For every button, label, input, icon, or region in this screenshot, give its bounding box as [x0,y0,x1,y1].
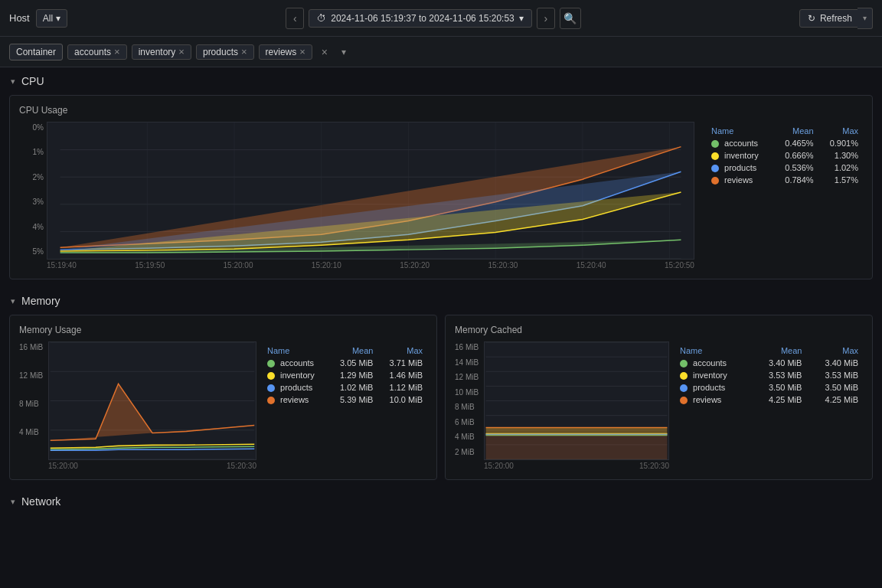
memory-usage-legend-row: inventory 1.29 MiB 1.46 MiB [263,369,427,381]
network-chevron-icon: ▾ [11,497,15,507]
zoom-out-icon: 🔍 [564,12,577,24]
main-content: ▾ CPU CPU Usage 5% 4% 3% 2% 1% 0% [0,67,882,588]
legend-dot [711,152,719,160]
memory-cached-title: Memory Cached [455,325,863,335]
refresh-button[interactable]: ↻ Refresh [799,9,861,28]
memory-usage-chart-svg [48,341,256,460]
cpu-legend-max-header: Max [818,125,863,137]
memory-cached-x-axis: 15:20:00 15:20:30 [484,460,669,470]
network-section-header[interactable]: ▾ Network [0,488,882,512]
memory-section-header[interactable]: ▾ Memory [0,287,882,312]
cpu-legend-name-header: Name [707,125,773,137]
cpu-section-header[interactable]: ▾ CPU [0,67,882,92]
cpu-chart-svg [47,122,694,260]
refresh-icon: ↻ [808,13,815,24]
memory-usage-legend-row: accounts 3.05 MiB 3.71 MiB [263,357,427,369]
cpu-chevron-icon: ▾ [11,77,15,87]
next-time-button[interactable]: › [537,8,555,29]
memory-cached-inner: 2 MiB 4 MiB 6 MiB 8 MiB 10 MiB 12 MiB 14… [455,341,863,470]
top-bar: Host All ▾ ‹ ⏱ 2024-11-06 15:19:37 to 20… [0,0,882,37]
memory-usage-x-axis: 15:20:00 15:20:30 [48,460,256,470]
legend-dot [711,165,719,172]
memory-usage-legend-row: reviews 5.39 MiB 10.0 MiB [263,394,427,406]
memory-usage-chart-with-yaxis: 4 MiB 8 MiB 12 MiB 16 MiB [19,341,256,470]
refresh-caret-button[interactable]: ▾ [858,8,873,29]
memory-cached-legend-table: Name Mean Max accounts 3.40 MiB 3.40 MiB… [675,345,863,406]
host-section: Host All ▾ [9,9,67,28]
memory-usage-legend: Name Mean Max accounts 3.05 MiB 3.71 MiB… [263,341,427,470]
clear-filters-button[interactable]: × [317,44,332,60]
memory-cached-legend-row: inventory 3.53 MiB 3.53 MiB [675,369,863,381]
host-label: Host [9,12,30,24]
zoom-out-button[interactable]: 🔍 [560,8,581,29]
memory-usage-panel: Memory Usage 4 MiB 8 MiB 12 MiB 16 MiB [9,315,437,480]
cpu-legend: Name Mean Max accounts 0.465% 0.901% inv… [694,122,863,270]
memory-cached-y-axis: 2 MiB 4 MiB 6 MiB 8 MiB 10 MiB 12 MiB 14… [455,341,484,470]
memory-cached-legend: Name Mean Max accounts 3.40 MiB 3.40 MiB… [675,341,863,470]
memory-usage-inner: 4 MiB 8 MiB 12 MiB 16 MiB [19,341,427,470]
memory-cached-legend-row: accounts 3.40 MiB 3.40 MiB [675,357,863,369]
memory-cached-legend-row: reviews 4.25 MiB 4.25 MiB [675,394,863,406]
memory-usage-title: Memory Usage [19,325,427,335]
filter-tag-products: products × [196,44,254,60]
remove-reviews-button[interactable]: × [299,47,305,57]
cpu-usage-title: CPU Usage [19,105,863,116]
cpu-legend-row: inventory 0.666% 1.30% [707,149,863,162]
memory-cached-chart-with-yaxis: 2 MiB 4 MiB 6 MiB 8 MiB 10 MiB 12 MiB 14… [455,341,669,470]
prev-time-button[interactable]: ‹ [286,8,304,29]
filter-tag-inventory: inventory × [132,44,191,60]
cpu-section-title: CPU [21,75,44,87]
cpu-svg-container: 15:19:40 15:19:50 15:20:00 15:20:10 15:2… [47,122,694,270]
time-range-text: 2024-11-06 15:19:37 to 2024-11-06 15:20:… [331,13,514,24]
remove-accounts-button[interactable]: × [114,47,120,57]
legend-dot [711,177,719,185]
memory-usage-legend-row: products 1.02 MiB 1.12 MiB [263,381,427,394]
legend-dot [711,140,719,148]
memory-usage-chart-area: 4 MiB 8 MiB 12 MiB 16 MiB [19,341,256,470]
remove-products-button[interactable]: × [241,47,247,57]
cpu-legend-row: accounts 0.465% 0.901% [707,137,863,149]
time-range-picker[interactable]: ⏱ 2024-11-06 15:19:37 to 2024-11-06 15:2… [309,9,532,28]
memory-usage-y-axis: 4 MiB 8 MiB 12 MiB 16 MiB [19,341,48,470]
cpu-legend-mean-header: Mean [773,125,818,137]
memory-usage-legend-table: Name Mean Max accounts 3.05 MiB 3.71 MiB… [263,345,427,406]
memory-cached-panel: Memory Cached 2 MiB 4 MiB 6 MiB 8 MiB 10… [445,315,873,480]
cpu-y-axis: 5% 4% 3% 2% 1% 0% [19,122,47,270]
remove-inventory-button[interactable]: × [178,47,185,57]
filter-tag-reviews: reviews × [259,44,312,60]
filter-bar: Container accounts × inventory × product… [0,37,882,67]
expand-filters-button[interactable]: ▾ [337,45,351,59]
cpu-legend-row: products 0.536% 1.02% [707,162,863,174]
cpu-usage-panel: CPU Usage 5% 4% 3% 2% 1% 0% [9,95,873,279]
host-dropdown[interactable]: All ▾ [36,9,67,28]
memory-usage-svg-container: 15:20:00 15:20:30 [48,341,256,470]
chevron-down-icon: ▾ [519,13,524,24]
memory-cached-chart-svg [484,341,669,460]
refresh-controls: ↻ Refresh ▾ [799,8,873,29]
time-controls: ‹ ⏱ 2024-11-06 15:19:37 to 2024-11-06 15… [286,8,581,29]
memory-section-title: Memory [21,295,60,307]
chevron-down-icon: ▾ [56,13,60,24]
memory-cached-legend-row: products 3.50 MiB 3.50 MiB [675,381,863,394]
filter-tag-accounts: accounts × [67,44,127,60]
svg-marker-37 [486,433,668,434]
svg-marker-38 [486,434,668,435]
cpu-chart-area: 5% 4% 3% 2% 1% 0% [19,122,863,270]
memory-cached-chart-area: 2 MiB 4 MiB 6 MiB 8 MiB 10 MiB 12 MiB 14… [455,341,669,470]
cpu-x-axis: 15:19:40 15:19:50 15:20:00 15:20:10 15:2… [47,260,694,270]
memory-chevron-icon: ▾ [11,296,15,306]
cpu-legend-row: reviews 0.784% 1.57% [707,174,863,186]
svg-marker-36 [486,428,668,434]
memory-cached-svg-container: 15:20:00 15:20:30 [484,341,669,470]
network-section-title: Network [21,495,60,508]
cpu-legend-table: Name Mean Max accounts 0.465% 0.901% inv… [707,125,863,186]
memory-panels-row: Memory Usage 4 MiB 8 MiB 12 MiB 16 MiB [9,315,873,480]
clock-icon: ⏱ [317,13,326,24]
container-filter-label: Container [9,44,63,60]
